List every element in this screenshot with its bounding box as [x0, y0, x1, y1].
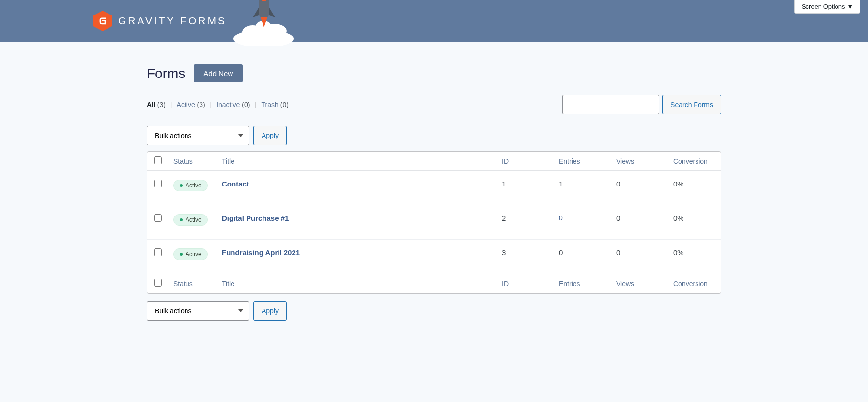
entries-count[interactable]: 0: [559, 214, 563, 222]
filter-all[interactable]: All (3): [147, 101, 168, 108]
filter-inactive[interactable]: Inactive (0): [217, 101, 252, 108]
apply-button-bottom[interactable]: Apply: [253, 301, 287, 321]
svg-point-5: [261, 0, 267, 1]
col-entries-footer[interactable]: Entries: [559, 280, 580, 288]
status-badge[interactable]: Active: [173, 180, 208, 191]
form-id: 2: [502, 214, 506, 222]
table-footer-row: Status Title ID Entries Views Conversion: [147, 274, 721, 294]
form-title-link[interactable]: Contact: [222, 180, 249, 188]
col-status-header[interactable]: Status: [173, 157, 193, 165]
brand-logo: GRAVITY FORMS: [93, 11, 227, 31]
search-wrap: Search Forms: [562, 95, 721, 114]
filter-search-row: All (3) | Active (3) | Inactive (0) | Tr…: [147, 95, 721, 114]
logo-badge-icon: [93, 11, 112, 31]
entries-count: 1: [559, 180, 563, 188]
views-count: 0: [616, 248, 620, 257]
status-dot-icon: [180, 218, 183, 221]
conversion-rate: 0%: [673, 180, 684, 188]
bulk-actions-bottom: Bulk actions Apply: [147, 301, 721, 321]
top-header: Screen Options ▼ GRAVITY FORMS: [0, 0, 868, 42]
form-title-link[interactable]: Fundraising April 2021: [222, 248, 300, 257]
status-dot-icon: [180, 184, 183, 187]
table-header-row: Status Title ID Entries Views Conversion: [147, 152, 721, 171]
apply-button-top[interactable]: Apply: [253, 126, 287, 145]
main-container: Forms Add New All (3) | Active (3) | Ina…: [147, 42, 721, 340]
bulk-actions-select-top[interactable]: Bulk actions: [147, 126, 249, 145]
col-title-footer[interactable]: Title: [222, 280, 234, 288]
col-conversion-header[interactable]: Conversion: [673, 157, 708, 165]
row-checkbox[interactable]: [154, 180, 162, 187]
form-id: 3: [502, 248, 506, 257]
status-badge[interactable]: Active: [173, 214, 208, 226]
conversion-rate: 0%: [673, 248, 684, 257]
table-row: ActiveContact1100%: [147, 171, 721, 205]
views-count: 0: [616, 180, 620, 188]
col-entries-header[interactable]: Entries: [559, 157, 580, 165]
select-all-checkbox-top[interactable]: [154, 156, 162, 164]
conversion-rate: 0%: [673, 214, 684, 222]
col-conversion-footer[interactable]: Conversion: [673, 280, 708, 288]
views-count: 0: [616, 214, 620, 222]
brand-text: GRAVITY FORMS: [118, 15, 227, 27]
row-checkbox[interactable]: [154, 214, 162, 222]
bulk-actions-top: Bulk actions Apply: [147, 126, 721, 145]
status-dot-icon: [180, 253, 183, 256]
rocket-illustration: [230, 0, 297, 46]
chevron-down-icon: ▼: [847, 3, 853, 10]
form-title-link[interactable]: Digital Purchase #1: [222, 214, 289, 222]
row-checkbox[interactable]: [154, 248, 162, 256]
filter-active[interactable]: Active (3): [177, 101, 207, 108]
forms-table: Status Title ID Entries Views Conversion…: [147, 151, 721, 294]
svg-point-6: [262, 0, 266, 0]
col-views-footer[interactable]: Views: [616, 280, 634, 288]
page-title: Forms: [147, 66, 185, 81]
filter-trash[interactable]: Trash (0): [262, 101, 289, 108]
table-row: ActiveFundraising April 20213000%: [147, 240, 721, 274]
col-views-header[interactable]: Views: [616, 157, 634, 165]
add-new-button[interactable]: Add New: [194, 64, 243, 82]
entries-count: 0: [559, 248, 563, 257]
bulk-actions-select-bottom[interactable]: Bulk actions: [147, 301, 249, 321]
page-title-row: Forms Add New: [147, 64, 721, 82]
form-id: 1: [502, 180, 506, 188]
col-status-footer[interactable]: Status: [173, 280, 193, 288]
select-all-checkbox-bottom[interactable]: [154, 279, 162, 287]
search-input[interactable]: [562, 95, 659, 114]
gravity-g-icon: [97, 15, 108, 26]
screen-options-label: Screen Options: [802, 3, 845, 10]
svg-point-1: [242, 25, 264, 39]
col-id-header[interactable]: ID: [502, 157, 509, 165]
filter-links: All (3) | Active (3) | Inactive (0) | Tr…: [147, 101, 289, 108]
rocket-icon: [230, 0, 297, 46]
col-title-header[interactable]: Title: [222, 157, 234, 165]
svg-point-2: [264, 24, 287, 38]
svg-rect-4: [259, 0, 269, 18]
search-forms-button[interactable]: Search Forms: [662, 95, 721, 114]
col-id-footer[interactable]: ID: [502, 280, 509, 288]
status-badge[interactable]: Active: [173, 248, 208, 260]
table-row: ActiveDigital Purchase #12000%: [147, 205, 721, 240]
screen-options-button[interactable]: Screen Options ▼: [794, 0, 860, 14]
svg-point-3: [256, 21, 271, 31]
